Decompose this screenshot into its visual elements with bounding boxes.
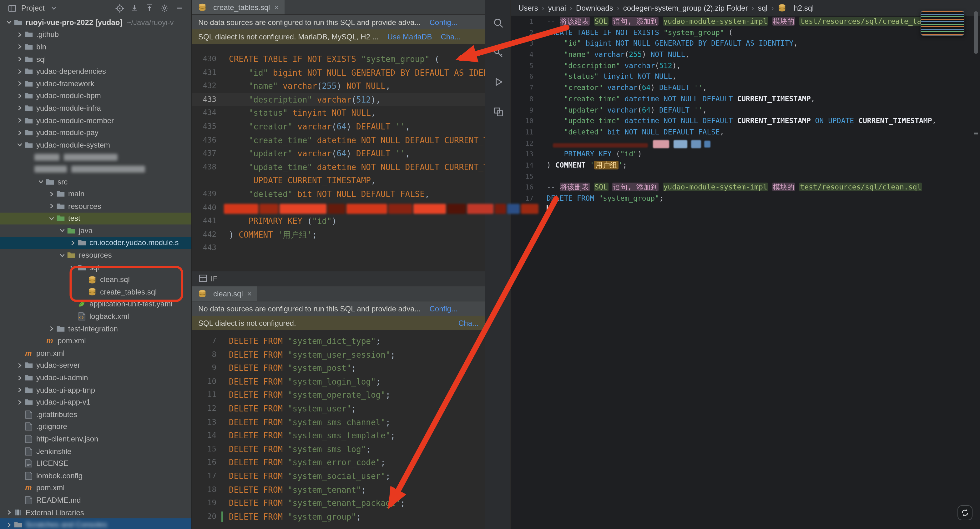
code-line[interactable]: 430CREATE TABLE IF NOT EXISTS "system_gr…: [192, 52, 485, 66]
tree-item[interactable]: yudao-framework: [0, 78, 191, 90]
code-line[interactable]: 19DELETE FROM "system_tenant_package";: [192, 497, 485, 510]
tree-item[interactable]: External Libraries: [0, 507, 191, 519]
structure-element-label[interactable]: IF: [211, 275, 217, 283]
tree-item[interactable]: .github: [0, 29, 191, 41]
code-line[interactable]: 5 "description" varchar(512),: [511, 60, 980, 71]
code-line[interactable]: 3 "id" bigint NOT NULL GENERATED BY DEFA…: [511, 38, 980, 49]
chevron-down-icon[interactable]: [16, 141, 24, 148]
tree-item[interactable]: yudao-module-infra: [0, 102, 191, 114]
tab-create-tables-sql[interactable]: create_tables.sql ×: [192, 0, 285, 14]
chevron-right-icon[interactable]: [16, 399, 24, 405]
tree-item[interactable]: [0, 163, 191, 175]
chevron-right-icon[interactable]: [48, 191, 56, 197]
tree-item[interactable]: yudao-ui-app-v1: [0, 396, 191, 408]
code-line[interactable]: 1-- 将该建表 SQL 语句, 添加到 yudao-module-system…: [511, 16, 980, 27]
code-line[interactable]: 441 PRIMARY KEY ("id"): [192, 214, 485, 228]
chevron-right-icon[interactable]: [48, 325, 56, 332]
code-line[interactable]: 439 "deleted" bit NOT NULL DEFAULT FALSE…: [192, 187, 485, 201]
chevron-right-icon[interactable]: [69, 240, 77, 246]
chevron-right-icon[interactable]: [16, 117, 24, 124]
tree-item[interactable]: ruoyi-vue-pro-2022 [yudao]~/Java/ruoyi-v: [0, 16, 191, 29]
code-line[interactable]: 438 "update_time" datetime NOT NULL DEFA…: [192, 161, 485, 174]
chevron-right-icon[interactable]: [16, 31, 24, 38]
collapse-all-icon[interactable]: [144, 3, 155, 14]
scrollbar-thumb[interactable]: [974, 11, 978, 54]
code-editor-clean[interactable]: 7DELETE FROM "system_dict_type";8DELETE …: [192, 330, 485, 529]
tree-item[interactable]: yudao-dependencies: [0, 65, 191, 78]
code-line[interactable]: 2CREATE TABLE IF NOT EXISTS "system_grou…: [511, 27, 980, 38]
tree-item[interactable]: test: [0, 212, 191, 224]
tree-item[interactable]: mpom.xml: [0, 335, 191, 347]
chevron-right-icon[interactable]: [48, 203, 56, 210]
code-line[interactable]: 8 "create_time" datetime NOT NULL DEFAUL…: [511, 94, 980, 105]
search-icon[interactable]: [485, 13, 511, 34]
layout-windows-icon[interactable]: [485, 101, 511, 122]
code-line[interactable]: 12DELETE FROM "system_user";: [192, 402, 485, 416]
tree-item[interactable]: Scratches and Consoles: [0, 519, 191, 529]
code-line[interactable]: 16DELETE FROM "system_error_code";: [192, 456, 485, 470]
chevron-down-icon[interactable]: [58, 252, 66, 259]
breadcrumb-item[interactable]: h2.sql: [794, 3, 814, 12]
tree-item[interactable]: .gitignore: [0, 421, 191, 433]
tree-item[interactable]: yudao-module-system: [0, 139, 191, 151]
chevron-right-icon[interactable]: [5, 521, 13, 528]
code-line[interactable]: 15: [511, 171, 980, 182]
chevron-right-icon[interactable]: [16, 386, 24, 393]
code-line[interactable]: 14DELETE FROM "system_sms_template";: [192, 429, 485, 442]
chevron-right-icon[interactable]: [16, 43, 24, 50]
tree-item[interactable]: create_tables.sql: [0, 286, 191, 298]
code-line[interactable]: 10DELETE FROM "system_login_log";: [192, 375, 485, 389]
code-line[interactable]: UPDATE CURRENT_TIMESTAMP,: [192, 174, 485, 187]
code-line[interactable]: 7DELETE FROM "system_dict_type";: [192, 335, 485, 348]
code-line[interactable]: 16-- 将该删表 SQL 语句, 添加到 yudao-module-syste…: [511, 182, 980, 193]
locate-file-icon[interactable]: [114, 3, 125, 14]
code-line[interactable]: 14) COMMENT '用户组';: [511, 160, 980, 171]
chevron-right-icon[interactable]: [16, 56, 24, 62]
code-line[interactable]: 13DELETE FROM "system_sms_channel";: [192, 416, 485, 429]
tree-item[interactable]: sql: [0, 261, 191, 273]
code-line[interactable]: 9DELETE FROM "system_post";: [192, 361, 485, 375]
chevron-down-icon[interactable]: [48, 3, 60, 14]
chevron-right-icon[interactable]: [16, 362, 24, 369]
tree-item[interactable]: yudao-server: [0, 359, 191, 372]
code-line[interactable]: 8DELETE FROM "system_user_session";: [192, 348, 485, 361]
run-debug-icon[interactable]: [485, 71, 511, 92]
chevron-right-icon[interactable]: [16, 92, 24, 99]
code-line[interactable]: 4 "name" varchar(255) NOT NULL,: [511, 49, 980, 60]
code-line[interactable]: 15DELETE FROM "system_sms_log";: [192, 443, 485, 456]
code-line[interactable]: 13 PRIMARY KEY ("id"): [511, 149, 980, 160]
code-line[interactable]: 11DELETE FROM "system_operate_log";: [192, 389, 485, 402]
chevron-right-icon[interactable]: [16, 80, 24, 87]
breadcrumb-item[interactable]: yunai: [548, 3, 566, 12]
hide-panel-icon[interactable]: [174, 3, 185, 14]
tab-close-icon[interactable]: ×: [247, 289, 252, 298]
code-line[interactable]: 17DELETE FROM "system_group";: [511, 193, 980, 204]
code-editor-h2-sql[interactable]: 1-- 将该建表 SQL 语句, 添加到 yudao-module-system…: [511, 16, 980, 529]
tree-item[interactable]: cn.iocoder.yudao.module.s: [0, 237, 191, 249]
code-line[interactable]: 440: [192, 201, 485, 214]
tree-item[interactable]: yudao-ui-admin: [0, 372, 191, 384]
chevron-right-icon[interactable]: [16, 129, 24, 136]
tree-item[interactable]: yudao-ui-app-tmp: [0, 384, 191, 396]
tree-item[interactable]: test-integration: [0, 322, 191, 335]
tree-item[interactable]: bin: [0, 41, 191, 53]
tree-item[interactable]: sql: [0, 53, 191, 65]
tree-item[interactable]: resources: [0, 200, 191, 212]
chevron-down-icon[interactable]: [48, 215, 56, 222]
breadcrumb-item[interactable]: Users: [519, 3, 538, 12]
tree-item[interactable]: Jenkinsfile: [0, 445, 191, 458]
tree-item[interactable]: resources: [0, 249, 191, 261]
code-line[interactable]: 435 "creator" varchar(64) DEFAULT '',: [192, 120, 485, 133]
use-mariadb-link[interactable]: Use MariaDB: [387, 32, 432, 41]
code-line[interactable]: 17DELETE FROM "system_social_user";: [192, 470, 485, 483]
tree-item[interactable]: mpom.xml: [0, 482, 191, 494]
code-line[interactable]: 10 "update_time" datetime NOT NULL DEFAU…: [511, 116, 980, 127]
key-icon[interactable]: [485, 43, 511, 64]
tree-item[interactable]: README.md: [0, 494, 191, 506]
code-line[interactable]: 12: [511, 138, 980, 149]
tab-clean-sql[interactable]: clean.sql ×: [192, 286, 257, 301]
breadcrumb-item[interactable]: Downloads: [576, 3, 613, 12]
tree-item[interactable]: src: [0, 175, 191, 187]
code-line[interactable]: 18DELETE FROM "system_tenant";: [192, 483, 485, 497]
change-dialect-link[interactable]: Cha...: [441, 32, 461, 41]
